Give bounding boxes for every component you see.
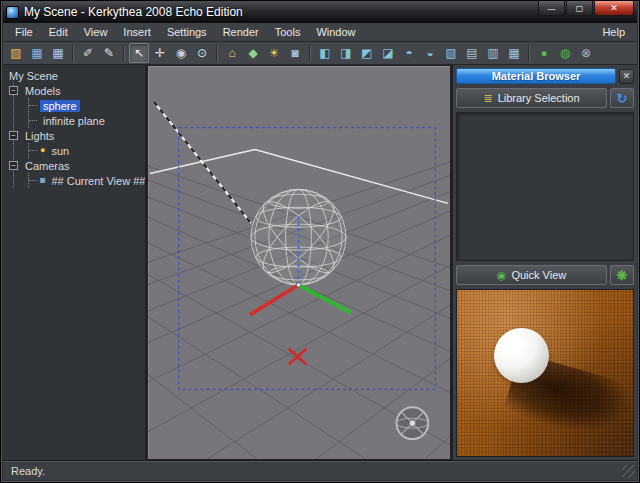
quick-view-button[interactable]: ◉ Quick View <box>456 265 607 285</box>
insert-model-button[interactable]: ◆ <box>243 43 263 63</box>
menu-help[interactable]: Help <box>594 24 633 40</box>
viewport[interactable] <box>147 65 451 460</box>
insert-light-icon: ☀ <box>269 47 280 59</box>
library-selection-button[interactable]: ≣ Library Selection <box>456 88 607 108</box>
insert-camera-icon: ◙ <box>291 47 298 59</box>
select-tool-button[interactable]: ↖ <box>129 43 149 63</box>
toolbar-separator <box>72 45 74 61</box>
toolbar-separator <box>123 45 125 61</box>
menu-view[interactable]: View <box>76 24 116 40</box>
insert-light-button[interactable]: ☀ <box>264 43 284 63</box>
material-preview[interactable] <box>456 289 634 457</box>
collapse-expander-icon[interactable]: − <box>9 131 18 140</box>
close-button[interactable]: ✕ <box>594 1 634 16</box>
home-view-icon: ⌂ <box>228 47 235 59</box>
ghost-mode-button[interactable]: ▦ <box>504 43 524 63</box>
apply-material-button[interactable]: ❋ <box>610 265 634 285</box>
tree-item-label[interactable]: ## Current View ## <box>48 175 147 187</box>
solid-mode-icon: ▥ <box>487 47 498 59</box>
tree-item-current-view[interactable]: ◙## Current View ## <box>29 173 142 188</box>
menu-insert[interactable]: Insert <box>115 24 159 40</box>
window-title: My Scene - Kerkythea 2008 Echo Edition <box>24 5 243 19</box>
collapse-expander-icon[interactable]: − <box>9 86 18 95</box>
perspective-view-icon: ▧ <box>445 47 456 59</box>
maximize-button[interactable]: ▢ <box>566 1 593 16</box>
bottom-view-icon: ◒ <box>426 47 433 59</box>
window-controls: — ▢ ✕ <box>537 1 634 16</box>
zoom-tool-button[interactable]: ⊙ <box>192 43 212 63</box>
orbit-tool-button[interactable]: ◉ <box>171 43 191 63</box>
wireframe-mode-button[interactable]: ▤ <box>462 43 482 63</box>
open-scene-button[interactable]: ▨ <box>6 43 26 63</box>
toolbar-separator <box>528 45 530 61</box>
insert-camera-button[interactable]: ◙ <box>285 43 305 63</box>
minimize-button[interactable]: — <box>538 1 565 16</box>
library-icon: ≣ <box>483 92 492 105</box>
left-view-icon: ◩ <box>361 47 372 59</box>
left-view-button[interactable]: ◩ <box>357 43 377 63</box>
tree-node-cameras[interactable]: −Cameras <box>9 158 142 173</box>
menu-settings[interactable]: Settings <box>159 24 215 40</box>
status-text: Ready. <box>11 465 45 477</box>
stop-render-button[interactable]: ⊗ <box>576 43 596 63</box>
resize-grip[interactable] <box>622 465 635 478</box>
menu-file[interactable]: File <box>7 24 41 40</box>
pan-tool-button[interactable]: ✛ <box>150 43 170 63</box>
save-scene-button[interactable]: ▦ <box>27 43 47 63</box>
menu-render[interactable]: Render <box>215 24 267 40</box>
home-view-button[interactable]: ⌂ <box>222 43 242 63</box>
tree-node-models[interactable]: −Models <box>9 83 142 98</box>
tree-node-label: Models <box>22 85 63 97</box>
right-view-button[interactable]: ◪ <box>378 43 398 63</box>
right-view-icon: ◪ <box>382 47 393 59</box>
perspective-view-button[interactable]: ▧ <box>441 43 461 63</box>
quick-view-icon: ◉ <box>497 269 507 282</box>
scene-tree: My Scene −Modelssphereinfinite plane−Lig… <box>3 65 147 460</box>
status-bar: Ready. <box>3 460 637 480</box>
erase-tool-button[interactable]: ✎ <box>99 43 119 63</box>
collapse-expander-icon[interactable]: − <box>9 161 18 170</box>
tree-node-label: Cameras <box>22 160 73 172</box>
tree-item-label[interactable]: infinite plane <box>40 115 108 127</box>
title-bar[interactable]: My Scene - Kerkythea 2008 Echo Edition —… <box>3 1 637 23</box>
bottom-view-button[interactable]: ◒ <box>420 43 440 63</box>
back-view-button[interactable]: ◨ <box>336 43 356 63</box>
menu-edit[interactable]: Edit <box>41 24 76 40</box>
materials-list[interactable] <box>456 112 634 261</box>
tree-item-label[interactable]: sphere <box>40 100 80 112</box>
tree-item-label[interactable]: sun <box>48 145 72 157</box>
quick-view-label: Quick View <box>511 269 566 281</box>
menu-tools[interactable]: Tools <box>267 24 309 40</box>
front-view-icon: ◧ <box>319 47 330 59</box>
tree-item-sun[interactable]: ●sun <box>29 143 142 158</box>
app-icon <box>6 6 19 19</box>
tree-item-infinite-plane[interactable]: infinite plane <box>29 113 142 128</box>
zoom-tool-icon: ⊙ <box>197 47 207 59</box>
toolbar-separator <box>216 45 218 61</box>
material-browser-close-icon[interactable]: ✕ <box>619 69 634 84</box>
front-view-button[interactable]: ◧ <box>315 43 335 63</box>
save-scene-as-button[interactable]: ▦ <box>48 43 68 63</box>
menu-window[interactable]: Window <box>308 24 363 40</box>
lightbulb-icon: ● <box>40 146 45 155</box>
top-view-icon: ◓ <box>405 47 412 59</box>
merge-scene-button[interactable]: ✐ <box>78 43 98 63</box>
refresh-icon: ↻ <box>617 91 628 106</box>
back-view-icon: ◨ <box>340 47 351 59</box>
insert-model-icon: ◆ <box>248 47 257 59</box>
material-browser-title[interactable]: Material Browser <box>456 68 616 84</box>
navigation-gizmo[interactable] <box>397 407 429 439</box>
refresh-button[interactable]: ↻ <box>610 88 634 108</box>
menu-bar: FileEditViewInsertSettingsRenderToolsWin… <box>3 23 637 42</box>
network-render-button[interactable]: ◍ <box>555 43 575 63</box>
ghost-mode-icon: ▦ <box>508 47 519 59</box>
top-view-button[interactable]: ◓ <box>399 43 419 63</box>
tree-root[interactable]: My Scene <box>6 69 142 83</box>
tree-item-sphere[interactable]: sphere <box>29 98 142 113</box>
tree-connector <box>29 105 37 106</box>
select-tool-icon: ↖ <box>134 47 144 59</box>
solid-mode-button[interactable]: ▥ <box>483 43 503 63</box>
tree-connector <box>29 150 37 151</box>
start-render-button[interactable]: ● <box>534 43 554 63</box>
tree-node-lights[interactable]: −Lights <box>9 128 142 143</box>
